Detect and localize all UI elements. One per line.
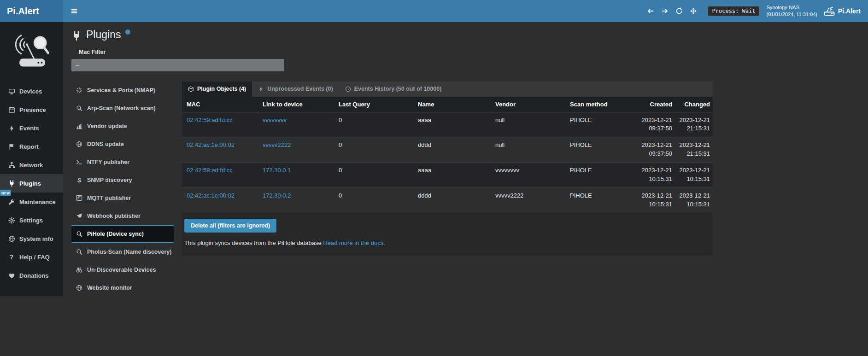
mac-link[interactable]: 02:42:59:ad:fd:cc [187,167,233,174]
router-icon [824,6,835,17]
host-datetime: (01/01/2024, 11:31:04) [766,11,817,18]
cell-scan-method: PIHOLE [565,137,635,163]
sidebar-item-report[interactable]: Report [0,137,63,156]
sidebar-item-network[interactable]: Network [0,156,63,174]
nav-forward-button[interactable] [659,5,671,17]
tab-unprocessed-events-0[interactable]: Unprocessed Events (0) [252,82,339,97]
table-row: 02:42:ac:1e:00:02172.30.0.20ddddvvvvv222… [182,187,713,212]
sidebar-item-plugins[interactable]: Plugins [0,174,63,193]
cell-name: aaaa [413,162,491,187]
app-name: Pi.Alert [838,7,861,15]
plugin-nav-item-snmp-discovery[interactable]: SSNMP discovery [71,171,174,189]
sidebar-item-system-info[interactable]: System info [0,229,63,248]
table-row: 02:42:59:ad:fd:ccvvvvvvvv0aaaanullPIHOLE… [182,112,713,137]
sidebar-item-label: Devices [19,88,42,95]
column-header-scan-method: Scan method [565,97,635,112]
plugin-nav-item-website-monitor[interactable]: Website monitor [71,279,174,297]
mac-filter-input[interactable] [71,59,284,71]
cell-created: 2023-12-21 09:37:50 [635,137,675,163]
plugin-nav-item-pholus-scan-name-discovery[interactable]: Pholus-Scan (Name discovery) [71,243,174,261]
plugin-nav-label: Pholus-Scan (Name discovery) [87,249,171,255]
sidebar-menu: DevicesPresenceEventsReportNetworkPlugin… [0,82,63,285]
plugin-nav-item-mqtt-publisher[interactable]: MQTT publisher [71,189,174,207]
brand[interactable]: Pi.Alert [0,0,63,22]
device-link[interactable]: vvvvvvvv [263,117,287,123]
bolt-icon [8,125,15,132]
wrench-icon [8,198,15,205]
sidebar: DevicesPresenceEventsReportNetworkPlugin… [0,22,63,296]
tab-plugin-objects-4[interactable]: Plugin Objects (4) [182,82,252,97]
calendar-icon [8,106,15,113]
table-header: MACLink to deviceLast QueryNameVendorSca… [182,97,713,112]
table-row: 02:42:ac:1e:00:02vvvvv22220ddddnullPIHOL… [182,137,713,163]
sidebar-item-presence[interactable]: Presence [0,100,63,119]
tab-label: Plugin Objects (4) [197,86,246,92]
plugin-nav-item-vendor-update[interactable]: Vendor update [71,117,174,135]
plugins-layout: Services & Ports (NMAP)Arp-Scan (Network… [71,82,868,297]
docs-link[interactable]: Read more in the docs. [323,239,385,246]
mac-link[interactable]: 02:42:ac:1e:00:02 [187,192,235,199]
plugin-nav-item-ntfy-publisher[interactable]: NTFY publisher [71,153,174,171]
sidebar-item-donations[interactable]: Donations [0,266,63,285]
cell-name: dddd [413,187,491,212]
cell-last-query: 0 [334,162,413,187]
device-link[interactable]: 172.30.0.2 [263,192,291,199]
cell-mac: 02:42:ac:1e:00:02 [182,137,258,163]
sidebar-item-maintenance[interactable]: MaintenanceNEW [0,193,63,211]
cell-last-query: 0 [334,187,413,212]
tab-events-history-50-out-of-10000[interactable]: Events History (50 out of 10000) [339,82,448,97]
cell-changed: 2023-12-21 10:15:31 [675,162,713,187]
host-info: Synology-NAS (01/01/2024, 11:31:04) [766,4,817,18]
top-navbar: Pi.Alert Process: Wait Synology-NAS (01/… [0,0,868,22]
plugin-tabs-box: Plugin Objects (4)Unprocessed Events (0)… [182,82,713,297]
tab-label: Unprocessed Events (0) [267,86,333,92]
plugin-nav-item-arp-scan-network-scan[interactable]: Arp-Scan (Network scan) [71,99,174,117]
arrow-left-icon [647,7,654,15]
cell-scan-method: PIHOLE [565,162,635,187]
cell-link-to-device: vvvvv2222 [258,137,334,163]
plugin-nav-item-webhook-publisher[interactable]: Webhook publisher [71,207,174,225]
cell-created: 2023-12-21 10:15:31 [635,187,675,212]
device-link[interactable]: vvvvv2222 [263,141,291,148]
pialert-logo [0,22,63,78]
sitemap-icon [8,162,15,169]
letter-s-icon: S [76,177,83,184]
refresh-button[interactable] [673,5,685,17]
cell-scan-method: PIHOLE [565,112,635,137]
sidebar-item-events[interactable]: Events [0,119,63,137]
page-title-row: Plugins [71,29,868,41]
delete-all-button[interactable]: Delete all (filters are ignored) [184,219,276,233]
gear-icon [8,217,15,224]
plugin-nav-item-services-ports-nmap[interactable]: Services & Ports (NMAP) [71,82,174,99]
mac-link[interactable]: 02:42:59:ad:fd:cc [187,117,233,123]
sidebar-toggle-button[interactable] [63,0,85,22]
sidebar-item-label: Maintenance [19,198,56,205]
nav-back-button[interactable] [645,5,657,17]
sidebar-item-label: Network [19,162,43,169]
expand-button[interactable] [687,5,699,17]
search-icon [76,105,83,111]
column-header-name: Name [413,97,491,112]
plugin-nav-label: DDNS update [87,141,124,147]
plugin-nav-item-ddns-update[interactable]: DDNS update [71,135,174,153]
sidebar-item-label: Settings [19,217,43,224]
plugin-nav-item-pihole-device-sync[interactable]: PiHole (Device sync) [71,225,174,243]
search-icon [76,231,83,237]
cell-changed: 2023-12-21 21:15:31 [675,112,713,137]
plugin-nav-item-un-discoverable-devices[interactable]: Un-Discoverable Devices [71,261,174,279]
plug-icon [8,180,15,187]
binoculars-icon [76,267,83,273]
sidebar-item-devices[interactable]: Devices [0,82,63,100]
plugin-nav-label: Website monitor [87,285,132,291]
process-status-badge: Process: Wait [708,6,760,16]
sidebar-item-settings[interactable]: Settings [0,211,63,229]
mac-link[interactable]: 02:42:ac:1e:00:02 [187,141,235,148]
cell-scan-method: PIHOLE [565,187,635,212]
device-link[interactable]: 172.30.0.1 [263,167,291,174]
cell-mac: 02:42:59:ad:fd:cc [182,162,258,187]
plugin-description: This plugin syncs devices from the PiHol… [184,239,713,249]
plugin-nav-label: SNMP discovery [87,177,132,183]
cell-last-query: 0 [334,137,413,163]
globe-icon [8,235,15,242]
sidebar-item-help-faq[interactable]: ?Help / FAQ [0,248,63,266]
